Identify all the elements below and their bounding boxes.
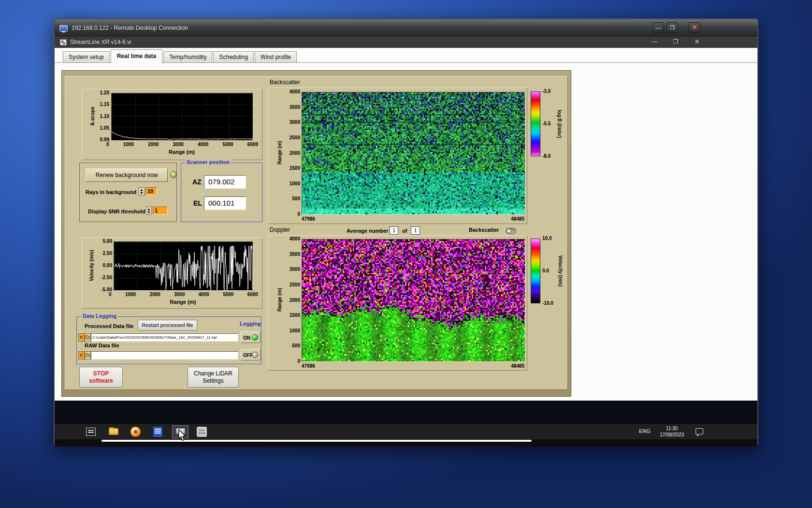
app-close-button[interactable]: ✕ bbox=[693, 38, 701, 45]
tick-label: 47986 bbox=[302, 217, 315, 222]
tick-label: 5.00 bbox=[103, 239, 112, 244]
processed-data-file-label: Processed Data file bbox=[85, 323, 134, 329]
rdp-minimize-button[interactable]: — bbox=[652, 22, 664, 33]
average-number-value[interactable]: 1 bbox=[390, 226, 398, 235]
app-restore-button[interactable]: ❐ bbox=[672, 38, 680, 45]
doppler-colorbar bbox=[531, 239, 540, 303]
processed-browse-folder-icon[interactable] bbox=[85, 333, 91, 342]
tick-label: 0 bbox=[297, 212, 300, 217]
tick-label: 2000 bbox=[148, 142, 159, 147]
ascope-plot-canvas bbox=[112, 93, 253, 140]
tick-label: 0 bbox=[297, 359, 300, 364]
tick-label: -3.0 bbox=[542, 89, 551, 94]
tick-label: -10.0 bbox=[542, 301, 553, 306]
task-view-icon[interactable] bbox=[86, 428, 96, 436]
rays-spinner[interactable] bbox=[139, 187, 145, 195]
doppler-yticks: 40003500300025002000150010005000 bbox=[284, 237, 300, 364]
tick-label: 1500 bbox=[290, 313, 300, 318]
backscatter-display-toggle[interactable] bbox=[506, 228, 516, 234]
file-explorer-icon[interactable] bbox=[109, 428, 118, 435]
app-titlebar[interactable]: StreamLine XR v14-6.vi — ❐ ✕ bbox=[55, 37, 757, 48]
logging-off-toggle[interactable]: OFF bbox=[240, 349, 261, 360]
tick-label: 6000 bbox=[247, 292, 258, 297]
rdp-maximize-button[interactable]: ❐ bbox=[667, 22, 678, 33]
doppler-plot bbox=[302, 239, 525, 362]
logging-on-led bbox=[252, 334, 258, 341]
tick-label: 2000 bbox=[290, 298, 300, 303]
scan-scheduler-icon[interactable]: ScanSched bbox=[197, 427, 207, 437]
tab-wind-profile[interactable]: Wind profile bbox=[255, 51, 297, 63]
clock-date: 17/08/2023 bbox=[660, 432, 684, 437]
backscatter-toggle-label: Backscatter bbox=[469, 227, 499, 233]
logging-on-toggle[interactable]: ON bbox=[240, 331, 261, 343]
tick-label: 3500 bbox=[290, 105, 300, 110]
notification-icon[interactable] bbox=[696, 428, 703, 434]
background-controls-group: Renew background now Rays in background … bbox=[79, 163, 177, 222]
az-value[interactable]: 079.002 bbox=[204, 175, 246, 189]
clock[interactable]: 11:30 17/08/2023 bbox=[654, 425, 690, 438]
tick-label: 1000 bbox=[125, 292, 136, 297]
doppler-xticks: 4798648485 bbox=[302, 364, 524, 369]
off-label: OFF bbox=[243, 353, 253, 358]
snr-spinner[interactable] bbox=[146, 207, 152, 215]
data-logging-title: Data Logging bbox=[81, 313, 118, 319]
tick-label: 48485 bbox=[511, 217, 524, 222]
tick-label: 1.15 bbox=[100, 102, 109, 107]
change-lidar-settings-button[interactable]: Change LiDAR Settings bbox=[188, 367, 239, 388]
tick-label: 1000 bbox=[290, 181, 300, 186]
el-label: EL bbox=[193, 200, 202, 207]
tab-temp-humidity[interactable]: Temp/humidity bbox=[163, 51, 212, 63]
on-label: ON bbox=[243, 335, 250, 341]
backscatter-plot bbox=[302, 92, 525, 215]
tick-label: 500 bbox=[292, 196, 300, 201]
stop-line2: software bbox=[80, 377, 122, 385]
tick-label: 0 bbox=[106, 142, 109, 147]
decrement-arrow-icon[interactable] bbox=[140, 192, 143, 194]
document-app-icon[interactable] bbox=[153, 427, 162, 437]
doppler-title: Doppler bbox=[270, 226, 290, 233]
tick-label: 0 bbox=[109, 292, 112, 297]
tab-real-time-data[interactable]: Real time data bbox=[111, 49, 162, 63]
rdp-horizontal-scrollbar[interactable] bbox=[102, 440, 532, 442]
rdp-titlebar[interactable]: 192.168.0.122 - Remote Desktop Connectio… bbox=[55, 19, 757, 37]
tab-system-setup[interactable]: System setup bbox=[63, 51, 110, 63]
renew-background-button[interactable]: Renew background now bbox=[86, 168, 168, 182]
taskbar: ScanSched ENG 11:30 17/08/2023 bbox=[55, 423, 757, 439]
front-panel: A-scope 1.201.151.101.050.99 01000200030… bbox=[55, 63, 757, 401]
ascope-yticks: 1.201.151.101.050.99 bbox=[94, 90, 109, 142]
raw-path-field[interactable] bbox=[91, 351, 238, 359]
rdp-title: 192.168.0.122 - Remote Desktop Connectio… bbox=[72, 25, 188, 31]
velocity-xticks: 0100020003000400050006000 bbox=[109, 292, 258, 297]
increment-arrow-icon[interactable] bbox=[140, 189, 143, 191]
increment-arrow-icon[interactable] bbox=[147, 208, 150, 210]
rays-value[interactable]: 10 bbox=[145, 187, 157, 195]
change-line1: Change LiDAR bbox=[188, 370, 238, 377]
backscatter-colorbar bbox=[531, 91, 540, 156]
of-label: of bbox=[402, 228, 407, 234]
ascope-xlabel: Range (m) bbox=[111, 149, 252, 155]
velocity-xlabel: Range (m) bbox=[114, 299, 252, 305]
stop-software-button[interactable]: STOP software bbox=[79, 367, 123, 388]
firefox-icon[interactable] bbox=[130, 427, 141, 437]
rdp-close-button[interactable]: ✕ bbox=[689, 22, 700, 33]
el-value[interactable]: 000.101 bbox=[204, 196, 246, 210]
tick-label: 1.05 bbox=[100, 126, 109, 131]
decrement-arrow-icon[interactable] bbox=[147, 211, 150, 214]
tick-label: 3000 bbox=[174, 292, 185, 297]
restart-processed-file-button[interactable]: Restart processed file bbox=[138, 320, 197, 330]
tick-label: 500 bbox=[292, 344, 300, 348]
tick-label: 2500 bbox=[290, 283, 300, 287]
processed-path-field[interactable]: C:\Lidar\Data\Proc\2023\202308\20230817\… bbox=[91, 333, 238, 342]
scanner-position-title: Scanner position bbox=[185, 159, 231, 165]
average-total-value[interactable]: 1 bbox=[411, 226, 420, 235]
snr-value[interactable]: 1 bbox=[153, 207, 168, 215]
language-indicator[interactable]: ENG bbox=[639, 428, 651, 434]
tick-label: 2000 bbox=[290, 151, 300, 156]
raw-drive-box[interactable]: C bbox=[78, 351, 85, 359]
raw-browse-folder-icon[interactable] bbox=[85, 351, 91, 359]
processed-drive-box[interactable]: C bbox=[78, 333, 85, 342]
rays-in-background-label: Rays in background bbox=[86, 189, 136, 195]
renew-led bbox=[170, 171, 177, 178]
tab-scheduling[interactable]: Scheduling bbox=[213, 51, 253, 63]
app-minimize-button[interactable]: — bbox=[651, 38, 658, 45]
